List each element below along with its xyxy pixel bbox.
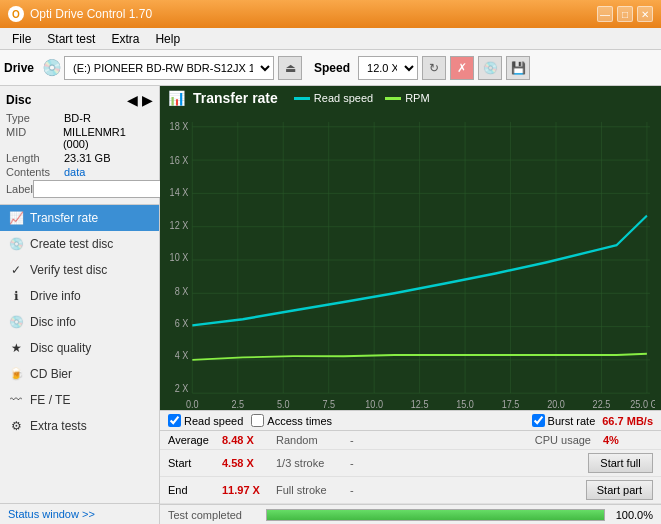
svg-text:12.5: 12.5 (411, 398, 429, 408)
nav-item-transfer-rate[interactable]: 📈 Transfer rate (0, 205, 159, 231)
random-label: Random (276, 434, 346, 446)
speed-select[interactable]: 12.0 X Max 4.0 X 6.0 X 8.0 X 10.0 X 16.0… (358, 56, 418, 80)
disc-mid-label: MID (6, 126, 63, 150)
refresh-button[interactable]: ↻ (422, 56, 446, 80)
svg-text:17.5: 17.5 (502, 398, 520, 408)
minimize-button[interactable]: — (597, 6, 613, 22)
start-full-button[interactable]: Start full (588, 453, 653, 473)
disc-label-label: Label (6, 183, 33, 195)
disc-type-value: BD-R (64, 112, 91, 124)
chart-title: Transfer rate (193, 90, 278, 106)
chart-area: 18 X 16 X 14 X 12 X 10 X 8 X 6 X 4 X 2 X (160, 110, 661, 410)
access-times-checkbox-label: Access times (267, 415, 332, 427)
nav-item-cd-bier[interactable]: 🍺 CD Bier (0, 361, 159, 387)
legend-rpm: RPM (385, 92, 429, 104)
drive-label: Drive (4, 61, 34, 75)
chart-header: 📊 Transfer rate Read speed RPM (160, 86, 661, 110)
nav-item-label: Verify test disc (30, 263, 107, 277)
disc-label-input[interactable] (33, 180, 177, 198)
svg-text:14 X: 14 X (170, 186, 189, 198)
checkboxes-bar: Read speed Access times Burst rate 66.7 … (160, 410, 661, 430)
disc-info-button[interactable]: 💿 (478, 56, 502, 80)
save-button[interactable]: 💾 (506, 56, 530, 80)
disc-contents-value: data (64, 166, 85, 178)
chart-legend: Read speed RPM (294, 92, 430, 104)
menu-file[interactable]: File (4, 30, 39, 48)
stats-rows: Average 8.48 X Random - CPU usage 4% Sta… (160, 430, 661, 504)
random-value: - (350, 434, 370, 446)
legend-read-speed-label: Read speed (314, 92, 373, 104)
stroke-label: 1/3 stroke (276, 457, 346, 469)
checkbox-burst-rate[interactable]: Burst rate 66.7 MB/s (532, 414, 653, 427)
read-speed-checkbox[interactable] (168, 414, 181, 427)
checkbox-access-times[interactable]: Access times (251, 414, 332, 427)
nav-item-disc-info[interactable]: 💿 Disc info (0, 309, 159, 335)
svg-text:5.0: 5.0 (277, 398, 290, 408)
progress-track (266, 509, 605, 521)
disc-panel: Disc ◀ ▶ Type BD-R MID MILLENMR1 (000) L… (0, 86, 159, 205)
titlebar: O Opti Drive Control 1.70 — □ ✕ (0, 0, 661, 28)
svg-text:16 X: 16 X (170, 154, 189, 166)
cpu-label: CPU usage (535, 434, 591, 446)
access-times-checkbox[interactable] (251, 414, 264, 427)
nav-item-drive-info[interactable]: ℹ Drive info (0, 283, 159, 309)
disc-quality-icon: ★ (8, 340, 24, 356)
svg-text:2.5: 2.5 (231, 398, 244, 408)
disc-prev-icon[interactable]: ◀ (127, 92, 138, 108)
svg-text:18 X: 18 X (170, 121, 189, 133)
disc-erase-button[interactable]: ✗ (450, 56, 474, 80)
toolbar: Drive 💿 (E:) PIONEER BD-RW BDR-S12JX 1.0… (0, 50, 661, 86)
average-label: Average (168, 434, 218, 446)
main-content: Disc ◀ ▶ Type BD-R MID MILLENMR1 (000) L… (0, 86, 661, 524)
start-part-button[interactable]: Start part (586, 480, 653, 500)
burst-rate-checkbox[interactable] (532, 414, 545, 427)
nav-item-extra-tests[interactable]: ⚙ Extra tests (0, 413, 159, 439)
nav-item-create-test-disc[interactable]: 💿 Create test disc (0, 231, 159, 257)
menu-start-test[interactable]: Start test (39, 30, 103, 48)
svg-text:10.0: 10.0 (365, 398, 383, 408)
eject-button[interactable]: ⏏ (278, 56, 302, 80)
chart-container: 📊 Transfer rate Read speed RPM (160, 86, 661, 410)
close-button[interactable]: ✕ (637, 6, 653, 22)
progress-label: Test completed (168, 509, 258, 521)
svg-text:10 X: 10 X (170, 251, 189, 263)
svg-text:25.0 GB: 25.0 GB (630, 398, 655, 408)
transfer-rate-icon: 📈 (8, 210, 24, 226)
disc-info-icon: 💿 (8, 314, 24, 330)
start-label: Start (168, 457, 218, 469)
svg-text:7.5: 7.5 (322, 398, 335, 408)
burst-rate-checkbox-label: Burst rate (548, 415, 596, 427)
stats-row-end: End 11.97 X Full stroke - Start part (160, 477, 661, 504)
maximize-button[interactable]: □ (617, 6, 633, 22)
progress-fill (267, 510, 604, 520)
nav-item-disc-quality[interactable]: ★ Disc quality (0, 335, 159, 361)
stroke-value: - (350, 457, 370, 469)
read-speed-checkbox-label: Read speed (184, 415, 243, 427)
svg-text:0.0: 0.0 (186, 398, 199, 408)
menu-help[interactable]: Help (147, 30, 188, 48)
disc-length-label: Length (6, 152, 64, 164)
nav-item-verify-test-disc[interactable]: ✓ Verify test disc (0, 257, 159, 283)
svg-text:4 X: 4 X (175, 349, 189, 361)
nav-item-label: Create test disc (30, 237, 113, 251)
legend-rpm-label: RPM (405, 92, 429, 104)
end-label: End (168, 484, 218, 496)
status-window-link[interactable]: Status window >> (0, 503, 159, 524)
nav-item-label: CD Bier (30, 367, 72, 381)
checkbox-read-speed[interactable]: Read speed (168, 414, 243, 427)
drive-select[interactable]: (E:) PIONEER BD-RW BDR-S12JX 1.00 (64, 56, 274, 80)
nav-menu: 📈 Transfer rate 💿 Create test disc ✓ Ver… (0, 205, 159, 503)
fe-te-icon: 〰 (8, 392, 24, 408)
disc-mid-value: MILLENMR1 (000) (63, 126, 153, 150)
menu-extra[interactable]: Extra (103, 30, 147, 48)
nav-item-label: Disc info (30, 315, 76, 329)
disc-icon: ◀ ▶ (127, 92, 153, 108)
progress-bar-container: Test completed 100.0% (160, 504, 661, 524)
nav-item-fe-te[interactable]: 〰 FE / TE (0, 387, 159, 413)
svg-text:15.0: 15.0 (456, 398, 474, 408)
menubar: File Start test Extra Help (0, 28, 661, 50)
disc-length-value: 23.31 GB (64, 152, 110, 164)
svg-text:8 X: 8 X (175, 285, 189, 297)
create-test-icon: 💿 (8, 236, 24, 252)
disc-next-icon[interactable]: ▶ (142, 92, 153, 108)
